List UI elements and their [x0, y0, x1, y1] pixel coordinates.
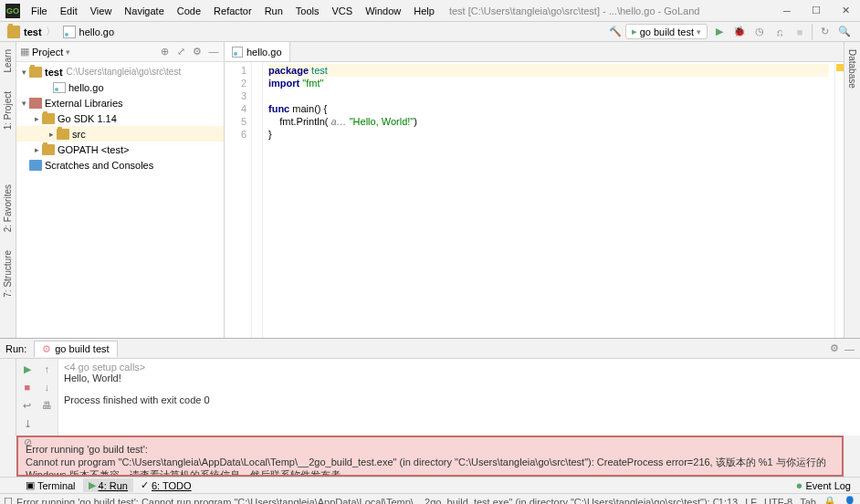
run-tool-window: Run: ⚙ go build test ⚙ — ▶↑ ■↓ ↩🖶 ⤓ ⊘ <4…: [0, 338, 860, 436]
inspection-icon[interactable]: 👤: [844, 496, 856, 504]
folder-icon: [7, 26, 20, 38]
update-button[interactable]: ↻: [816, 24, 833, 40]
debug-button[interactable]: 🐞: [731, 24, 748, 40]
navigation-bar: test 〉 hello.go 🔨 ▸ go build test ▾ ▶ 🐞 …: [0, 22, 860, 42]
stop-process-button[interactable]: ■: [19, 380, 36, 394]
gear-icon[interactable]: ⚙: [191, 46, 204, 58]
cursor-position[interactable]: 1:13: [718, 497, 738, 505]
tree-scratches[interactable]: Scratches and Consoles: [16, 157, 224, 173]
error-notification[interactable]: Error running 'go build test': Cannot ru…: [16, 436, 844, 477]
down-stack-icon[interactable]: ↓: [39, 380, 56, 394]
build-icon[interactable]: 🔨: [609, 26, 622, 37]
rerun-button[interactable]: ▶: [19, 362, 36, 376]
print-icon[interactable]: 🖶: [39, 398, 56, 413]
right-tool-window-bar: Database: [844, 42, 860, 338]
menu-code[interactable]: Code: [172, 4, 206, 18]
maximize-button[interactable]: ☐: [802, 0, 831, 22]
tree-project-root[interactable]: ▾ test C:\Users\tangleia\go\src\test: [16, 64, 224, 79]
search-everywhere-button[interactable]: 🔍: [836, 24, 853, 40]
run-with-coverage-button[interactable]: ◷: [751, 24, 768, 40]
left-tool-window-bar: Learn 1: Project 2: Favorites 7: Structu…: [0, 42, 16, 338]
hide-panel-icon[interactable]: —: [207, 46, 220, 58]
close-button[interactable]: ✕: [831, 0, 860, 22]
tab-structure[interactable]: 7: Structure: [2, 247, 14, 301]
chevron-down-icon: ▾: [697, 27, 701, 37]
tab-event-log[interactable]: ●Event Log: [791, 478, 856, 493]
run-button[interactable]: ▶: [711, 24, 728, 40]
menu-file[interactable]: File: [26, 4, 53, 18]
tab-database[interactable]: Database: [846, 46, 858, 92]
run-configuration-selector[interactable]: ▸ go build test ▾: [625, 24, 708, 39]
tree-src[interactable]: ▸ src: [16, 126, 224, 142]
bottom-tool-tabs: ▣Terminal ▶4: Run ✓6: TODO ●Event Log: [0, 477, 860, 493]
tree-gopath[interactable]: ▸ GOPATH <test>: [16, 142, 224, 157]
status-message[interactable]: Error running 'go build test': Cannot ru…: [16, 497, 718, 505]
up-stack-icon[interactable]: ↑: [39, 362, 56, 376]
editor: hello.go 123456 package test import "fmt…: [225, 42, 844, 338]
run-hide-icon[interactable]: —: [844, 343, 855, 354]
run-toolbar: ▶↑ ■↓ ↩🖶 ⤓ ⊘: [16, 359, 58, 436]
tree-file-hello-go[interactable]: hello.go: [16, 79, 224, 95]
attach-button[interactable]: ⎌: [771, 24, 788, 40]
line-numbers: 123456: [225, 62, 252, 338]
menu-vcs[interactable]: VCS: [327, 4, 359, 18]
run-console[interactable]: <4 go setup calls> Hello, World! Process…: [58, 359, 860, 436]
select-opened-file-icon[interactable]: ⊕: [158, 46, 171, 58]
run-tab-go-build-test[interactable]: ⚙ go build test: [34, 341, 117, 357]
menu-tools[interactable]: Tools: [290, 4, 325, 18]
menu-navigate[interactable]: Navigate: [119, 4, 169, 18]
tab-terminal[interactable]: ▣Terminal: [20, 478, 81, 492]
project-tool-window: ▦ Project ▾ ⊕ ⤢ ⚙ — ▾ test C:\Users\tang…: [16, 42, 225, 338]
menu-refactor[interactable]: Refactor: [208, 4, 257, 18]
expand-icon[interactable]: ⤢: [174, 46, 187, 58]
soft-wrap-icon[interactable]: ↩: [19, 398, 36, 413]
status-bar: ☐Error running 'go build test': Cannot r…: [0, 493, 860, 504]
warning-marker[interactable]: [836, 64, 844, 71]
lock-icon[interactable]: 🔒: [823, 496, 836, 504]
stop-button[interactable]: ■: [792, 24, 808, 40]
app-icon: GO: [5, 4, 20, 18]
go-file-icon: [63, 26, 76, 38]
tab-favorites[interactable]: 2: Favorites: [2, 181, 14, 236]
menu-help[interactable]: Help: [408, 4, 440, 18]
code-editor[interactable]: 123456 package test import "fmt" func ma…: [225, 62, 844, 338]
go-file-icon: [232, 47, 243, 58]
tree-go-sdk[interactable]: ▸ Go SDK 1.14: [16, 110, 224, 126]
menu-edit[interactable]: Edit: [55, 4, 83, 18]
menu-run[interactable]: Run: [259, 4, 288, 18]
breadcrumb-project[interactable]: test 〉: [4, 25, 59, 38]
file-encoding[interactable]: UTF-8: [764, 497, 792, 505]
minimize-button[interactable]: ─: [772, 0, 802, 22]
tab-todo[interactable]: ✓6: TODO: [135, 478, 197, 492]
breadcrumb-file[interactable]: hello.go: [59, 26, 119, 38]
panel-title: Project: [32, 47, 63, 58]
scroll-end-icon[interactable]: ⤓: [19, 416, 36, 431]
tab-run-4[interactable]: ▶4: Run: [83, 478, 133, 492]
project-tree: ▾ test C:\Users\tangleia\go\src\test hel…: [16, 62, 224, 174]
tree-external-libraries[interactable]: ▾ External Libraries: [16, 95, 224, 110]
title-bar: GO File Edit View Navigate Code Refactor…: [0, 0, 860, 22]
run-settings-icon[interactable]: ⚙: [830, 342, 839, 354]
window-title-path: test [C:\Users\tangleia\go\src\test] - .…: [449, 5, 772, 16]
menu-window[interactable]: Window: [360, 4, 406, 18]
line-separator[interactable]: LF: [745, 497, 757, 505]
menu-view[interactable]: View: [85, 4, 118, 18]
menu-bar: File Edit View Navigate Code Refactor Ru…: [26, 4, 440, 18]
indent-info[interactable]: Tab: [800, 497, 816, 505]
tab-learn[interactable]: Learn: [2, 46, 14, 77]
tab-project[interactable]: 1: Project: [2, 88, 14, 133]
editor-tab-hello-go[interactable]: hello.go: [225, 42, 290, 61]
run-label: Run:: [5, 343, 26, 354]
